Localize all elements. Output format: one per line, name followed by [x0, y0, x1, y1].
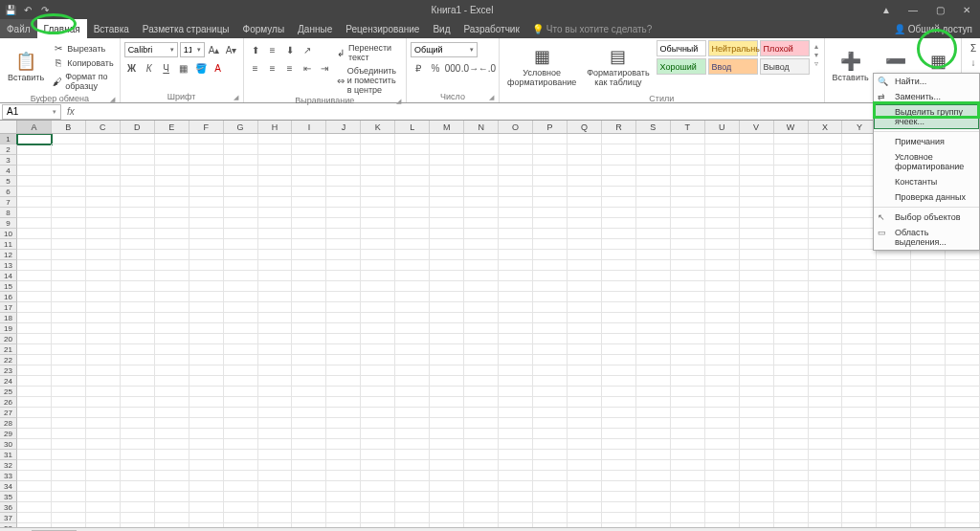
- cell[interactable]: [809, 481, 843, 492]
- cell[interactable]: [911, 429, 946, 439]
- cell[interactable]: [292, 271, 326, 281]
- cell[interactable]: [774, 355, 809, 365]
- cell[interactable]: [155, 155, 189, 166]
- cell[interactable]: [155, 418, 189, 429]
- row-header[interactable]: 28: [0, 418, 17, 429]
- cell[interactable]: [809, 513, 843, 523]
- cell[interactable]: [568, 481, 602, 492]
- cell[interactable]: [292, 134, 326, 144]
- cell[interactable]: [155, 397, 189, 408]
- cell[interactable]: [17, 492, 52, 502]
- row-header[interactable]: 11: [0, 239, 17, 250]
- cell[interactable]: [395, 502, 430, 513]
- row-header[interactable]: 29: [0, 429, 17, 439]
- cell[interactable]: [52, 155, 86, 166]
- cell[interactable]: [602, 260, 636, 271]
- cell[interactable]: [568, 166, 602, 176]
- cell[interactable]: [155, 239, 189, 250]
- cell[interactable]: [602, 218, 636, 229]
- cell[interactable]: [877, 429, 911, 439]
- cell[interactable]: [533, 166, 568, 176]
- cell[interactable]: [533, 334, 568, 344]
- cell[interactable]: [326, 292, 361, 302]
- cell[interactable]: [877, 492, 911, 502]
- cell[interactable]: [740, 355, 774, 365]
- cell[interactable]: [52, 471, 86, 481]
- cell[interactable]: [121, 176, 155, 187]
- row-header[interactable]: 10: [0, 229, 17, 239]
- cell[interactable]: [361, 376, 395, 387]
- row-header[interactable]: 38: [0, 523, 17, 527]
- cell[interactable]: [430, 481, 464, 492]
- cell[interactable]: [430, 155, 464, 166]
- decrease-font-icon[interactable]: A▾: [224, 42, 239, 57]
- cell[interactable]: [52, 187, 86, 197]
- cell[interactable]: [292, 292, 326, 302]
- cell[interactable]: [533, 408, 568, 418]
- cell[interactable]: [189, 344, 224, 355]
- cell[interactable]: [224, 271, 258, 281]
- cell[interactable]: [705, 302, 740, 313]
- cell[interactable]: [395, 513, 430, 523]
- cell[interactable]: [258, 250, 293, 260]
- cell[interactable]: [842, 355, 877, 365]
- cell[interactable]: [946, 481, 980, 492]
- cell[interactable]: [774, 187, 809, 197]
- cell[interactable]: [740, 176, 774, 187]
- cell[interactable]: [121, 155, 155, 166]
- cell[interactable]: [671, 250, 705, 260]
- cell[interactable]: [17, 408, 52, 418]
- cell[interactable]: [774, 450, 809, 460]
- col-header[interactable]: F: [189, 121, 224, 133]
- cell[interactable]: [636, 144, 671, 155]
- cell[interactable]: [395, 460, 430, 471]
- cell[interactable]: [809, 439, 843, 450]
- cell[interactable]: [533, 197, 568, 208]
- cell[interactable]: [602, 144, 636, 155]
- cell[interactable]: [430, 513, 464, 523]
- style-neutral[interactable]: Нейтральный: [708, 40, 758, 56]
- cell[interactable]: [464, 502, 499, 513]
- row-header[interactable]: 9: [0, 218, 17, 229]
- cell[interactable]: [430, 492, 464, 502]
- cell[interactable]: [636, 281, 671, 292]
- cell[interactable]: [189, 502, 224, 513]
- cell[interactable]: [395, 523, 430, 527]
- cell[interactable]: [568, 197, 602, 208]
- cell[interactable]: [499, 355, 533, 365]
- cell[interactable]: [395, 166, 430, 176]
- cell[interactable]: [499, 492, 533, 502]
- cell[interactable]: [946, 334, 980, 344]
- align-middle-icon[interactable]: ≡: [265, 42, 280, 57]
- cell[interactable]: [258, 187, 293, 197]
- align-top-icon[interactable]: ⬆: [248, 42, 263, 57]
- cell[interactable]: [740, 365, 774, 376]
- cell[interactable]: [430, 197, 464, 208]
- cell[interactable]: [292, 513, 326, 523]
- cell[interactable]: [17, 250, 52, 260]
- cell[interactable]: [326, 523, 361, 527]
- tab-formulas[interactable]: Формулы: [236, 19, 292, 38]
- cell[interactable]: [189, 408, 224, 418]
- cell[interactable]: [395, 250, 430, 260]
- cell[interactable]: [17, 502, 52, 513]
- cell[interactable]: [740, 344, 774, 355]
- cell[interactable]: [705, 250, 740, 260]
- cell[interactable]: [86, 302, 121, 313]
- cell[interactable]: [671, 144, 705, 155]
- cell[interactable]: [809, 397, 843, 408]
- cell[interactable]: [292, 197, 326, 208]
- cell[interactable]: [189, 523, 224, 527]
- cell[interactable]: [326, 187, 361, 197]
- cell[interactable]: [430, 313, 464, 323]
- cell[interactable]: [877, 334, 911, 344]
- cell[interactable]: [774, 376, 809, 387]
- cell[interactable]: [774, 387, 809, 397]
- cell[interactable]: [877, 439, 911, 450]
- cell[interactable]: [774, 429, 809, 439]
- cell[interactable]: [740, 523, 774, 527]
- cell[interactable]: [533, 281, 568, 292]
- cell[interactable]: [326, 334, 361, 344]
- cell[interactable]: [671, 397, 705, 408]
- row-header[interactable]: 22: [0, 355, 17, 365]
